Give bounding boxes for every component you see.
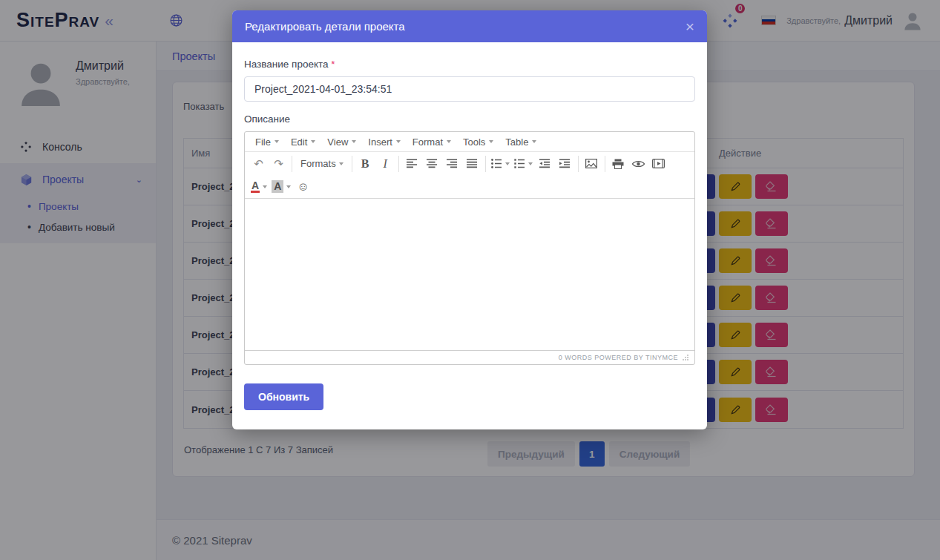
tinymce-editor: File Edit View Insert Format Tools Table… [244,131,695,365]
italic-icon: I [384,157,387,171]
resize-grip[interactable] [683,355,688,360]
bullet-list-button[interactable] [489,154,512,173]
caret-icon [286,185,291,188]
background-color-button[interactable]: A [269,177,293,196]
align-right-icon [447,159,458,168]
caret-icon [352,140,356,143]
caret-icon [532,140,536,143]
text-color-button[interactable]: A [249,177,269,196]
align-left-button[interactable] [402,154,422,173]
smiley-icon: ☺ [298,180,309,194]
print-button[interactable] [608,154,628,173]
menu-file[interactable]: File [249,134,285,150]
tinymce-toolbar-2: A A ☺ [245,175,694,198]
menu-table[interactable]: Table [499,134,542,150]
modal-title: Редактировать детали проекта [245,20,405,33]
menu-format[interactable]: Format [407,134,457,150]
media-icon [652,159,665,168]
outdent-icon [539,159,550,168]
project-name-input[interactable] [244,76,695,102]
print-icon [612,159,624,169]
caret-icon [275,140,279,143]
italic-button[interactable]: I [375,154,395,173]
modal-body: Название проекта * Описание File Edit Vi… [232,42,707,410]
menu-edit[interactable]: Edit [285,134,321,150]
align-right-button[interactable] [442,154,462,173]
insert-image-button[interactable] [582,154,602,173]
insert-media-button[interactable] [648,154,668,173]
project-name-label: Название проекта * [244,59,695,70]
align-justify-icon [467,159,478,168]
caret-icon [505,162,510,165]
caret-icon [339,162,344,165]
menu-tools[interactable]: Tools [457,134,499,150]
tinymce-toolbar-1: ↶ ↷ Formats B I [245,152,694,175]
formats-dropdown[interactable]: Formats [295,154,349,173]
description-label: Описание [244,113,695,125]
preview-button[interactable] [628,154,648,173]
menu-view[interactable]: View [321,134,362,150]
bold-button[interactable]: B [355,154,375,173]
numbered-list-button[interactable] [512,154,535,173]
align-center-button[interactable] [422,154,442,173]
emoticons-button[interactable]: ☺ [293,177,313,196]
caret-icon [447,140,451,143]
undo-icon: ↶ [254,157,263,171]
caret-icon [263,185,267,188]
modal-header: Редактировать детали проекта × [232,10,707,42]
wordcount-branding-text: 0 WORDS POWERED BY TINYMCE [559,354,678,361]
indent-button[interactable] [555,154,575,173]
numbered-list-icon [514,159,525,168]
caret-icon [489,140,493,143]
caret-icon [311,140,315,143]
tinymce-menubar: File Edit View Insert Format Tools Table [245,132,694,152]
update-button[interactable]: Обновить [244,383,323,410]
required-mark: * [331,59,335,70]
bullet-list-icon [491,159,502,168]
indent-icon [559,159,571,168]
caret-icon [528,162,533,165]
image-icon [585,159,597,168]
redo-icon: ↷ [274,157,283,171]
tinymce-content-area[interactable] [245,199,694,350]
align-left-icon [407,159,418,168]
redo-button[interactable]: ↷ [269,154,289,173]
background-color-icon: A [272,180,283,193]
tinymce-statusbar: 0 WORDS POWERED BY TINYMCE [245,350,694,364]
align-center-icon [427,159,438,168]
bold-icon: B [361,157,369,171]
undo-button[interactable]: ↶ [249,154,269,173]
align-justify-button[interactable] [462,154,482,173]
outdent-button[interactable] [535,154,555,173]
close-icon[interactable]: × [686,19,694,34]
menu-insert[interactable]: Insert [362,134,407,150]
eye-icon [632,159,645,168]
caret-icon [396,140,401,143]
edit-project-modal: Редактировать детали проекта × Название … [232,10,707,429]
text-color-icon: A [251,180,260,194]
